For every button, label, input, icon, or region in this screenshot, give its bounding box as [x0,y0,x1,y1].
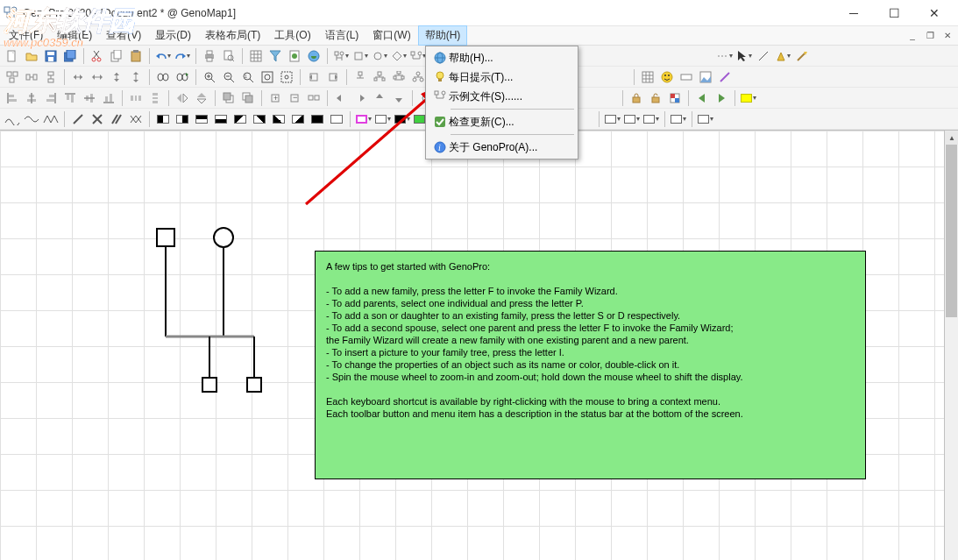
fill-topright-icon[interactable] [251,110,268,128]
fill-none-icon[interactable] [328,110,345,128]
line-slash-icon[interactable] [69,110,87,128]
copy-icon[interactable] [108,47,125,65]
menu-display[interactable]: 显示(D) [148,25,198,46]
autoarrange-icon[interactable] [4,68,21,86]
menu-help-help[interactable]: 帮助(H)... [428,48,576,67]
split-vertical-icon[interactable] [127,68,145,86]
family-wizard-icon[interactable] [332,47,350,65]
new-pet-icon[interactable] [390,47,408,65]
size-shrink-icon[interactable]: − [286,89,303,107]
mdi-minimize-button[interactable]: _ [905,29,920,43]
color-picker-icon[interactable] [666,89,684,107]
flip-h-icon[interactable] [174,89,191,107]
autoarrange-horizontal-icon[interactable] [23,68,40,86]
new-document-icon[interactable] [4,47,21,65]
open-file-icon[interactable] [23,47,40,65]
menu-help[interactable]: 帮助(H) [418,25,468,46]
family-gen-2-icon[interactable] [371,68,388,86]
zoom-selection-icon[interactable] [278,68,295,86]
shift-left-icon[interactable] [332,89,350,107]
line-zigzag-icon[interactable] [42,110,60,128]
menu-edit[interactable]: 编辑(E) [50,25,99,46]
highlight-color-icon[interactable] [740,89,757,107]
shift-down-icon[interactable] [390,89,408,107]
line-double-slash-icon[interactable] [108,110,125,128]
zoom-fit-icon[interactable] [259,68,276,86]
menu-window[interactable]: 窗口(W) [365,25,417,46]
menu-file[interactable]: 文件(F) [2,25,50,46]
distribute-v-icon[interactable] [146,89,164,107]
align-center-h-icon[interactable] [23,89,40,107]
lock-icon[interactable] [628,89,645,107]
wand-icon[interactable] [793,47,811,65]
line-tool-icon[interactable] [755,47,772,65]
tips-label-box[interactable]: A few tips to get started with GenoPro: … [315,251,866,479]
save-icon[interactable] [42,47,60,65]
line-double-x-icon[interactable] [127,110,145,128]
genogram-shapes[interactable] [155,227,278,429]
drawing-canvas[interactable]: A few tips to get started with GenoPro: … [0,131,944,560]
maximize-button[interactable]: ☐ [874,0,914,26]
mdi-restore-button[interactable]: ❐ [922,29,938,43]
color-sw-1-icon[interactable] [604,110,621,128]
align-bottom-icon[interactable] [100,89,117,107]
new-male-icon[interactable] [351,47,369,65]
send-back-icon[interactable] [239,89,257,107]
find-icon[interactable] [154,68,172,86]
paste-icon[interactable] [127,47,145,65]
color-magenta-icon[interactable] [355,110,373,128]
upload-pedigree-icon[interactable] [305,47,323,65]
tag-filter-icon[interactable] [266,47,284,65]
vscroll-track[interactable] [945,145,958,560]
zoom-in-icon[interactable] [201,68,218,86]
fill-bottom-icon[interactable] [212,110,230,128]
color-sw-3-icon[interactable] [642,110,660,128]
menu-language[interactable]: 语言(L) [318,25,366,46]
unlock-icon[interactable] [647,89,664,107]
fill-bottomleft-icon[interactable] [270,110,287,128]
scroll-up-icon[interactable]: ▲ [945,131,958,145]
menu-check-updates[interactable]: 检查更新(C)... [428,112,576,131]
fill-left-icon[interactable] [154,110,172,128]
print-icon[interactable] [201,47,218,65]
merge-vertical-icon[interactable] [108,68,125,86]
zoom-100-icon[interactable]: 1 [239,68,257,86]
menu-view[interactable]: 查看(V) [99,25,148,46]
size-grow-icon[interactable]: + [266,89,284,107]
mdi-close-button[interactable]: ✕ [940,29,955,43]
cut-icon[interactable] [89,47,106,65]
toggle-names-icon[interactable] [678,68,695,86]
line-solid-icon[interactable] [4,110,21,128]
nav-next-icon[interactable] [713,89,730,107]
flip-v-icon[interactable] [193,89,210,107]
shift-up-icon[interactable] [371,89,388,107]
emotional-line-icon[interactable] [716,47,734,65]
family-gen-3-icon[interactable] [390,68,408,86]
shape-tool-icon[interactable] [774,47,791,65]
close-button[interactable]: ✕ [914,0,954,26]
minimize-button[interactable]: ─ [834,0,874,26]
shift-right-icon[interactable] [351,89,369,107]
color-black-icon[interactable] [394,110,411,128]
redo-icon[interactable] [174,47,191,65]
undo-icon[interactable] [154,47,172,65]
line-wave-icon[interactable] [23,110,40,128]
pointer-tool-icon[interactable] [735,47,753,65]
generate-report-icon[interactable] [286,47,303,65]
line-x-icon[interactable] [89,110,106,128]
align-left-icon[interactable] [4,89,21,107]
menu-tip-of-day[interactable]: 每日提示(T)... [428,67,576,87]
genomap-next-icon[interactable] [324,68,342,86]
autoarrange-vertical-icon[interactable] [42,68,60,86]
family-gen-1-icon[interactable] [351,68,369,86]
family-gen-4-icon[interactable] [409,68,427,86]
align-top-icon[interactable] [61,89,79,107]
find-next-icon[interactable] [174,68,191,86]
fill-bottomright-icon[interactable] [289,110,307,128]
color-sw-5-icon[interactable] [697,110,714,128]
align-middle-v-icon[interactable] [81,89,98,107]
color-white-icon[interactable] [374,110,392,128]
menu-sample-files[interactable]: 示例文件(S)...... [428,87,576,106]
bring-front-icon[interactable] [220,89,238,107]
fill-right-icon[interactable] [174,110,191,128]
